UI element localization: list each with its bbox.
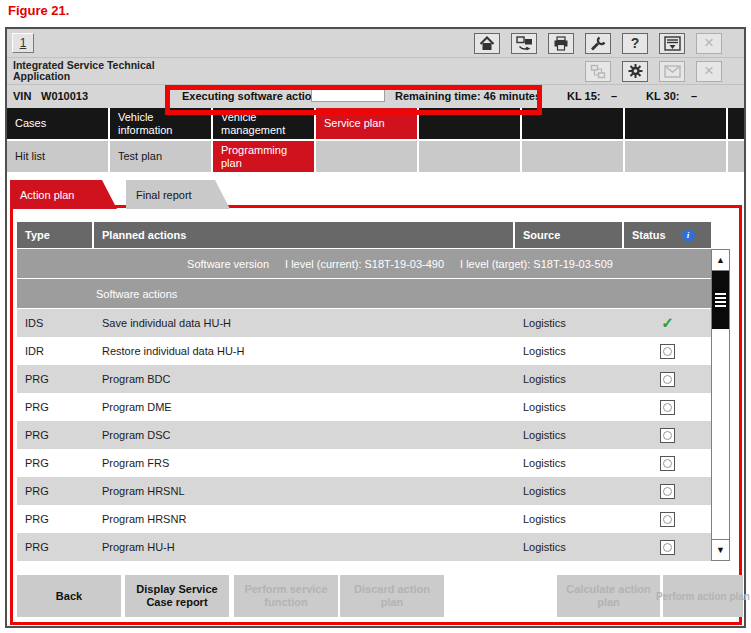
status-done-icon: ✓ (661, 314, 674, 332)
scroll-up-button[interactable]: ▲ (712, 250, 729, 271)
kl15-value: – (611, 90, 617, 102)
annotation-content-box: Type Planned actions Source Status i Sof… (10, 205, 742, 625)
titlebar: 1 ? (7, 29, 744, 58)
submenu-item-empty (419, 141, 520, 172)
close-session-button[interactable]: × (696, 61, 722, 82)
perform-action-plan-button[interactable]: Perform action plan (663, 575, 743, 617)
column-header-planned-actions: Planned actions (94, 222, 515, 248)
status-pending-icon (660, 428, 675, 443)
workshop-system-icon (516, 36, 533, 51)
menu-item-empty (522, 108, 623, 139)
menu-item-empty (625, 108, 726, 139)
sub-menu: Hit list Test plan Programming plan (7, 141, 744, 172)
app-window: 1 ? (5, 27, 746, 628)
page: Figure 21. 1 ? (0, 0, 751, 633)
display-service-case-report-button[interactable]: Display Service Case report (125, 575, 229, 617)
table-row[interactable]: PRG Program HRSNL Logistics (17, 477, 711, 505)
table-header: Type Planned actions Source Status i (17, 222, 711, 249)
main-menu: Cases Vehicle information Vehicle manage… (7, 108, 744, 139)
figure-caption: Figure 21. (8, 3, 69, 18)
tab-bar: Action plan Final report (7, 180, 744, 209)
mail-icon (664, 65, 681, 78)
measurement-dashboard-icon (664, 36, 681, 51)
back-button[interactable]: Back (17, 575, 121, 617)
close-icon: × (704, 62, 714, 79)
window-number-button[interactable]: 1 (12, 33, 34, 53)
tools-button[interactable] (585, 33, 611, 54)
kl30-label: KL 30: (646, 90, 679, 102)
menu-item-cases[interactable]: Cases (7, 108, 108, 139)
titlebar-icons: ? × (474, 33, 722, 54)
column-header-status: Status i (624, 222, 709, 248)
discard-action-plan-button[interactable]: Discard action plan (340, 575, 444, 617)
executing-status-text: Executing software actions (182, 90, 324, 102)
scroll-down-button[interactable]: ▼ (712, 539, 729, 560)
operations-link-button[interactable] (585, 61, 611, 82)
status-pending-icon (660, 372, 675, 387)
submenu-item-empty (625, 141, 726, 172)
wrench-icon (590, 36, 606, 51)
table-row[interactable]: IDR Restore individual data HU-H Logisti… (17, 337, 711, 365)
menu-item-empty (419, 108, 520, 139)
help-icon: ? (631, 35, 640, 51)
table-row[interactable]: PRG Program DME Logistics (17, 393, 711, 421)
table-row[interactable]: PRG Program HU-H Logistics (17, 533, 711, 561)
scrollbar-grip-icon (715, 293, 726, 307)
submenu-item-hit-list[interactable]: Hit list (7, 141, 108, 172)
software-version-label: Software version (187, 258, 269, 270)
status-pending-icon (660, 484, 675, 499)
menu-item-vehicle-information[interactable]: Vehicle information (110, 108, 211, 139)
footer-button-bar: Back Display Service Case report Perform… (17, 575, 741, 617)
submenu-filler (728, 141, 744, 172)
column-header-source: Source (515, 222, 624, 248)
table-row[interactable]: PRG Program BDC Logistics (17, 365, 711, 393)
measurement-dashboard-button[interactable] (659, 33, 685, 54)
app-header-icons: × (585, 61, 722, 82)
operations-link-icon (590, 64, 606, 79)
print-button[interactable] (548, 33, 574, 54)
app-header: Integrated Service Technical Application… (7, 58, 744, 85)
column-header-type: Type (17, 222, 94, 248)
app-title: Integrated Service Technical Application (13, 60, 183, 82)
action-plan-table: Type Planned actions Source Status i Sof… (17, 222, 730, 561)
kl30-value: – (691, 90, 697, 102)
vin-label: VIN (13, 90, 31, 102)
software-version-row: Software version I level (current): S18T… (17, 249, 711, 279)
help-button[interactable]: ? (622, 33, 648, 54)
close-button[interactable]: × (696, 33, 722, 54)
perform-service-function-button[interactable]: Perform service function (234, 575, 338, 617)
table-row[interactable]: PRG Program HRSNR Logistics (17, 505, 711, 533)
status-pending-icon (660, 400, 675, 415)
progress-bar (311, 89, 385, 102)
vin-value: W010013 (41, 90, 88, 102)
table-row[interactable]: PRG Program DSC Logistics (17, 421, 711, 449)
workshop-system-button[interactable] (511, 33, 537, 54)
vertical-scrollbar: ▲ ▼ (711, 249, 730, 561)
print-icon (553, 36, 569, 51)
status-bar: VIN W010013 Executing software actions R… (7, 85, 744, 108)
mail-button[interactable] (659, 61, 685, 82)
table-row[interactable]: PRG Program FRS Logistics (17, 449, 711, 477)
menu-filler (728, 108, 744, 139)
submenu-item-empty (316, 141, 417, 172)
tab-final-report[interactable]: Final report (126, 180, 230, 209)
menu-item-vehicle-management[interactable]: Vehicle management (213, 108, 314, 139)
home-button[interactable] (474, 33, 500, 54)
close-icon: × (704, 34, 714, 51)
kl15-label: KL 15: (567, 90, 600, 102)
group-row-software-actions: Software actions (17, 279, 711, 309)
gear-icon (627, 63, 644, 79)
table-body: Software version I level (current): S18T… (17, 249, 711, 561)
submenu-item-programming-plan[interactable]: Programming plan (213, 141, 314, 172)
scrollbar-thumb[interactable] (712, 271, 729, 329)
calculate-action-plan-button[interactable]: Calculate action plan (557, 575, 660, 617)
tab-action-plan[interactable]: Action plan (10, 180, 117, 209)
submenu-item-test-plan[interactable]: Test plan (110, 141, 211, 172)
submenu-item-empty (522, 141, 623, 172)
home-icon (479, 36, 495, 51)
menu-item-service-plan[interactable]: Service plan (316, 108, 417, 139)
ilevel-target: I level (target): S18T-19-03-509 (460, 258, 613, 270)
settings-button[interactable] (622, 61, 648, 82)
info-icon[interactable]: i (682, 229, 695, 242)
table-row[interactable]: IDS Save individual data HU-H Logistics … (17, 309, 711, 337)
